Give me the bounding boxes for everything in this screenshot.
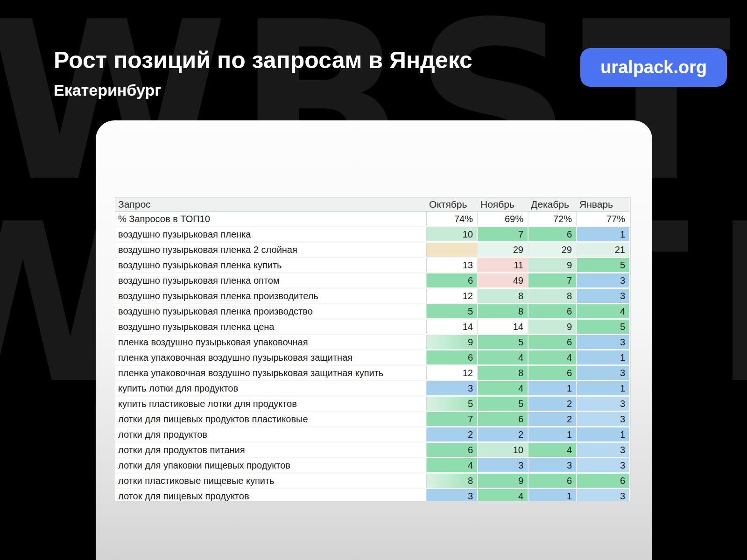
position-cell: 5	[577, 258, 629, 273]
position-cell: 8	[528, 288, 577, 304]
position-cell: 5	[478, 335, 528, 350]
query-cell: воздушно пузырьковая пленка купить	[115, 258, 426, 273]
summary-value: 74%	[426, 211, 478, 227]
summary-value: 77%	[577, 211, 629, 227]
table-row: воздушно пузырьковая пленка 2 слойная292…	[115, 242, 629, 258]
position-cell: 6	[577, 473, 629, 489]
page-title: Рост позиций по запросам в Яндекс	[54, 47, 472, 74]
position-cell: 3	[577, 335, 629, 350]
query-cell: пленка воздушно пузырьковая упаковочная	[115, 335, 426, 350]
query-cell: лотки для пищевых продуктов пластиковые	[115, 412, 426, 427]
position-cell: 8	[478, 288, 528, 304]
position-cell: 7	[478, 227, 528, 242]
position-cell: 11	[478, 258, 528, 273]
query-cell: лотки для упаковки пищевых продуктов	[115, 458, 426, 473]
column-header-query: Запрос	[115, 198, 426, 211]
position-cell: 6	[528, 304, 577, 319]
positions-table-container: Запрос Октябрь Ноябрь Декабрь Январь % З…	[115, 198, 630, 501]
position-cell: 1	[577, 350, 629, 365]
position-cell: 3	[426, 489, 478, 502]
table-row: воздушно пузырьковая пленка производител…	[115, 288, 629, 304]
position-cell: 6	[528, 365, 577, 381]
column-header-december: Декабрь	[528, 198, 577, 211]
position-cell: 5	[478, 396, 528, 412]
position-cell: 10	[478, 442, 528, 458]
position-cell: 6	[528, 227, 577, 242]
summary-value: 72%	[528, 211, 577, 227]
position-cell: 4	[528, 350, 577, 365]
position-cell: 12	[426, 365, 478, 381]
position-cell: 8	[478, 304, 528, 319]
position-cell: 1	[528, 489, 577, 502]
position-cell: 9	[528, 258, 577, 273]
column-header-january: Январь	[577, 198, 629, 211]
table-row: воздушно пузырьковая пленка оптом64973	[115, 273, 629, 288]
table-header-row: Запрос Октябрь Ноябрь Декабрь Январь	[115, 198, 629, 211]
page-subtitle: Екатеринбург	[54, 81, 472, 99]
position-cell: 10	[426, 227, 478, 242]
query-cell: воздушно пузырьковая пленка цена	[115, 319, 426, 335]
position-cell: 9	[478, 473, 528, 489]
position-cell: 3	[577, 442, 629, 458]
table-row: пленка упаковочная воздушно пузырьковая …	[115, 365, 629, 381]
table-row: воздушно пузырьковая пленка купить131195	[115, 258, 629, 273]
site-badge-link[interactable]: uralpack.org	[580, 48, 727, 87]
position-cell: 49	[478, 273, 528, 288]
table-row: воздушно пузырьковая пленка производство…	[115, 304, 629, 319]
query-cell: воздушно пузырьковая пленка производство	[115, 304, 426, 319]
position-cell: 3	[577, 458, 629, 473]
query-cell: воздушно пузырьковая пленка	[115, 227, 426, 242]
table-row: лотки для продуктов питания61043	[115, 442, 629, 458]
table-row: пленка упаковочная воздушно пузырьковая …	[115, 350, 629, 365]
position-cell: 4	[426, 458, 478, 473]
position-cell: 29	[528, 242, 577, 258]
position-cell: 5	[577, 319, 629, 335]
position-cell: 3	[478, 458, 528, 473]
position-cell: 8	[426, 473, 478, 489]
query-cell: купить пластиковые лотки для продуктов	[115, 396, 426, 412]
position-cell: 14	[426, 319, 478, 335]
position-cell: 2	[528, 396, 577, 412]
query-rows: воздушно пузырьковая пленка10761воздушно…	[115, 227, 629, 502]
position-cell: 3	[577, 396, 629, 412]
position-cell: 4	[528, 442, 577, 458]
table-row: купить пластиковые лотки для продуктов55…	[115, 396, 629, 412]
position-cell: 1	[577, 427, 629, 442]
position-cell	[426, 242, 478, 258]
summary-value: 69%	[478, 211, 528, 227]
table-row: лотки для упаковки пищевых продуктов4333	[115, 458, 629, 473]
summary-label: % Запросов в ТОП10	[115, 211, 426, 227]
table-row: лотки пластиковые пищевые купить8966	[115, 473, 629, 489]
position-cell: 9	[426, 335, 478, 350]
position-cell: 14	[478, 319, 528, 335]
query-cell: лотки для продуктов питания	[115, 442, 426, 458]
table-row: лоток для пищевых продуктов3413	[115, 489, 629, 502]
query-cell: лотки пластиковые пищевые купить	[115, 473, 426, 489]
position-cell: 2	[478, 427, 528, 442]
column-header-october: Октябрь	[426, 198, 478, 211]
query-cell: купить лотки для продуктов	[115, 381, 426, 396]
hero-header: Рост позиций по запросам в Яндекс Екатер…	[54, 47, 472, 99]
position-cell: 1	[577, 381, 629, 396]
position-cell: 3	[577, 489, 629, 502]
position-cell: 1	[577, 227, 629, 242]
table-row: купить лотки для продуктов3411	[115, 381, 629, 396]
position-cell: 13	[426, 258, 478, 273]
position-cell: 6	[528, 335, 577, 350]
table-row: лотки для продуктов2211	[115, 427, 629, 442]
query-cell: пленка упаковочная воздушно пузырьковая …	[115, 350, 426, 365]
position-cell: 4	[577, 304, 629, 319]
position-cell: 29	[478, 242, 528, 258]
position-cell: 8	[478, 365, 528, 381]
position-cell: 3	[577, 273, 629, 288]
query-cell: воздушно пузырьковая пленка оптом	[115, 273, 426, 288]
position-cell: 3	[577, 412, 629, 427]
position-cell: 2	[528, 412, 577, 427]
table-row: пленка воздушно пузырьковая упаковочная9…	[115, 335, 629, 350]
position-cell: 6	[426, 273, 478, 288]
position-cell: 5	[426, 396, 478, 412]
position-cell: 3	[426, 381, 478, 396]
position-cell: 2	[426, 427, 478, 442]
table-card: Запрос Октябрь Ноябрь Декабрь Январь % З…	[96, 120, 652, 560]
query-cell: воздушно пузырьковая пленка 2 слойная	[115, 242, 426, 258]
